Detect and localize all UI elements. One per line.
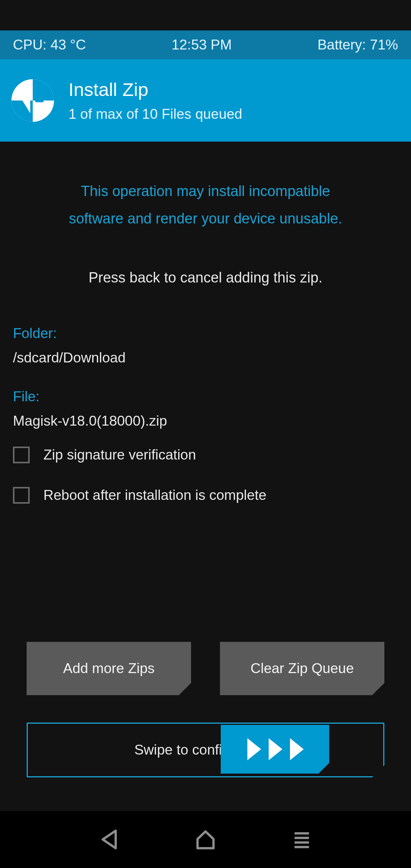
zip-signature-label: Zip signature verification [43,447,196,463]
instruction-text: Press back to cancel adding this zip. [0,270,411,286]
status-time: 12:53 PM [172,37,232,53]
chevron-right-icon [244,737,263,762]
twrp-logo-icon [11,79,54,122]
file-label: File: [13,389,398,405]
reboot-checkbox-row[interactable]: Reboot after installation is complete [0,487,411,504]
swipe-track[interactable]: Swipe to confirm Flash [27,723,384,777]
checkbox-icon[interactable] [13,487,30,504]
page-subtitle: 1 of max of 10 Files queued [68,106,242,122]
home-icon[interactable] [194,828,217,851]
top-spacer [0,0,411,30]
status-cpu: CPU: 43 °C [13,37,86,53]
content-area: This operation may install incompatible … [0,142,411,504]
svg-rect-5 [295,832,309,834]
svg-rect-7 [295,841,309,844]
svg-marker-4 [290,738,304,760]
svg-marker-3 [269,738,282,760]
folder-label: Folder: [13,326,398,341]
add-more-zips-button[interactable]: Add more Zips [27,642,191,695]
menu-icon[interactable] [290,828,314,851]
page-title: Install Zip [68,79,242,100]
clear-zip-queue-button[interactable]: Clear Zip Queue [220,642,384,695]
warning-line2: software and render your device unusable… [0,205,411,232]
swipe-handle[interactable] [221,725,329,774]
add-more-zips-label: Add more Zips [63,661,155,677]
chevron-right-icon [287,737,306,762]
clear-zip-queue-label: Clear Zip Queue [250,661,354,677]
status-battery: Battery: 71% [317,37,398,53]
file-value: Magisk-v18.0(18000).zip [13,413,398,429]
back-icon[interactable] [97,828,121,851]
status-bar: CPU: 43 °C 12:53 PM Battery: 71% [0,30,411,59]
folder-value: /sdcard/Download [13,350,398,366]
chevron-right-icon [266,737,285,762]
svg-marker-2 [247,738,261,760]
checkbox-icon[interactable] [13,447,30,463]
svg-rect-8 [295,846,309,848]
warning-line1: This operation may install incompatible [0,177,411,205]
app-header: Install Zip 1 of max of 10 Files queued [0,59,411,142]
reboot-label: Reboot after installation is complete [43,487,266,503]
zip-signature-checkbox-row[interactable]: Zip signature verification [0,447,411,463]
svg-rect-6 [295,837,309,839]
navigation-bar [0,811,411,868]
